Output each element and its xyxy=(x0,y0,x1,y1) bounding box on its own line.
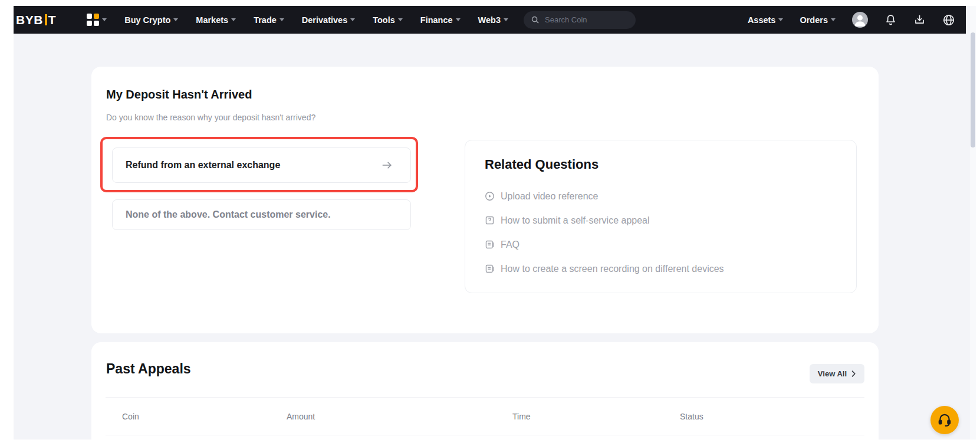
doc-icon xyxy=(485,240,495,250)
chevron-down-icon xyxy=(173,18,178,21)
search-input[interactable] xyxy=(545,15,621,24)
option-refund-external-exchange[interactable]: Refund from an external exchange xyxy=(112,147,411,183)
doc-icon xyxy=(485,264,495,274)
chevron-down-icon xyxy=(398,18,403,21)
chevron-down-icon xyxy=(456,18,461,21)
nav-item-buy-crypto[interactable]: Buy Crypto xyxy=(124,15,178,25)
chevron-down-icon xyxy=(831,18,836,21)
column-header-time: Time xyxy=(512,412,680,421)
page-scrollbar[interactable] xyxy=(970,6,976,440)
chevron-down-icon xyxy=(231,18,236,21)
chevron-right-icon xyxy=(851,370,856,377)
chevron-down-icon xyxy=(279,18,284,21)
browser-viewport: BYBT Buy Crypto Markets Trade Derivative… xyxy=(14,6,976,440)
download-app-icon[interactable] xyxy=(913,14,926,26)
nav-item-assets[interactable]: Assets xyxy=(748,15,784,25)
nav-item-web3[interactable]: Web3 xyxy=(478,15,508,25)
question-doc-icon xyxy=(485,215,495,225)
notifications-bell-icon[interactable] xyxy=(884,14,897,26)
nav-item-finance[interactable]: Finance xyxy=(420,15,461,25)
nav-item-tools[interactable]: Tools xyxy=(373,15,403,25)
logo-text-prefix: BYB xyxy=(16,13,43,27)
related-item-self-service-appeal[interactable]: How to submit a self-service appeal xyxy=(485,208,842,232)
column-header-amount: Amount xyxy=(287,412,512,421)
column-header-coin: Coin xyxy=(122,412,287,421)
related-questions-list: Upload video reference How to submit a s… xyxy=(485,184,842,281)
past-appeals-title: Past Appeals xyxy=(106,361,191,377)
play-circle-icon xyxy=(485,191,495,201)
chevron-down-icon xyxy=(504,18,508,21)
related-item-faq[interactable]: FAQ xyxy=(485,232,842,257)
related-questions-title: Related Questions xyxy=(485,157,598,172)
option-label: None of the above. Contact customer serv… xyxy=(126,209,331,220)
option-label: Refund from an external exchange xyxy=(126,160,280,170)
option-contact-customer-service[interactable]: None of the above. Contact customer serv… xyxy=(112,199,411,230)
main-menu: Buy Crypto Markets Trade Derivatives Too… xyxy=(124,15,508,25)
customer-support-button[interactable] xyxy=(930,406,959,434)
appeals-table-header: Coin Amount Time Status xyxy=(106,397,864,435)
chevron-down-icon xyxy=(350,18,355,21)
view-all-button[interactable]: View All xyxy=(810,364,864,383)
arrow-right-icon xyxy=(382,160,393,170)
chevron-down-icon xyxy=(778,18,783,21)
apps-grid-icon[interactable] xyxy=(87,14,99,26)
logo-text-suffix: T xyxy=(48,13,56,27)
language-globe-icon[interactable] xyxy=(942,14,955,27)
search-icon xyxy=(531,15,540,24)
related-item-screen-recording[interactable]: How to create a screen recording on diff… xyxy=(485,257,842,281)
related-questions-card: Related Questions Upload video reference… xyxy=(465,140,857,293)
scrollbar-thumb[interactable] xyxy=(971,32,975,147)
nav-item-derivatives[interactable]: Derivatives xyxy=(302,15,355,25)
deposit-help-card: My Deposit Hasn't Arrived Do you know th… xyxy=(91,67,879,333)
logo-accent-bar xyxy=(45,14,47,25)
apps-caret-icon xyxy=(102,18,107,21)
coin-search-bar[interactable] xyxy=(524,11,636,29)
top-nav: BYBT Buy Crypto Markets Trade Derivative… xyxy=(14,6,966,34)
page-title: My Deposit Hasn't Arrived xyxy=(106,88,252,101)
nav-right-cluster: Assets Orders xyxy=(748,12,955,28)
bybit-logo[interactable]: BYBT xyxy=(16,13,56,27)
related-item-upload-video[interactable]: Upload video reference xyxy=(485,184,842,208)
past-appeals-card: Past Appeals View All Coin Amount Time S… xyxy=(91,342,879,440)
page-subtitle: Do you know the reason why your deposit … xyxy=(106,113,315,122)
nav-item-markets[interactable]: Markets xyxy=(196,15,236,25)
user-avatar-icon[interactable] xyxy=(852,12,868,28)
headset-icon xyxy=(937,412,952,428)
column-header-status: Status xyxy=(680,412,864,421)
nav-item-orders[interactable]: Orders xyxy=(800,15,836,25)
nav-item-trade[interactable]: Trade xyxy=(254,15,284,25)
